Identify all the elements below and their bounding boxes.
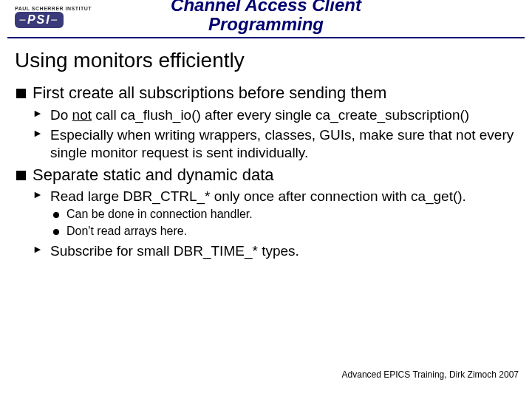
slide-footer: Advanced EPICS Training, Dirk Zimoch 200… xyxy=(342,369,519,380)
bullet-2: Separate static and dynamic data Read la… xyxy=(15,165,517,260)
bullet-1-1: Do not call ca_flush_io() after every si… xyxy=(33,106,517,124)
bullet-2-1-2: Don't read arrays here. xyxy=(50,224,517,239)
logo-badge: –PSI– xyxy=(15,12,64,28)
bullet-2-2: Subscribe for small DBR_TIME_* types. xyxy=(33,242,517,260)
bullet-2-text: Separate static and dynamic data xyxy=(33,166,274,184)
logo-institute-text: PAUL SCHERRER INSTITUT xyxy=(15,6,92,11)
bullet-1-2: Especially when writing wrappers, classe… xyxy=(33,126,517,162)
title-line-2: Programming xyxy=(208,14,324,34)
slide-header: PAUL SCHERRER INSTITUT –PSI– Channel Acc… xyxy=(7,0,525,38)
bullet-1: First create all subscriptions before se… xyxy=(15,83,517,162)
bullet-2-1-1: Can be done in connection handler. xyxy=(50,207,517,222)
title-line-1: Channel Access Client xyxy=(171,0,361,15)
underline-not: not xyxy=(72,107,92,123)
bullet-2-1: Read large DBR_CTRL_* only once after co… xyxy=(33,188,517,239)
psi-logo: PAUL SCHERRER INSTITUT –PSI– xyxy=(15,6,92,28)
bullet-1-text: First create all subscriptions before se… xyxy=(33,83,386,102)
logo-text: –PSI– xyxy=(19,13,59,26)
bullet-list: First create all subscriptions before se… xyxy=(15,83,517,259)
slide-content: Using monitors efficiently First create … xyxy=(0,38,532,259)
section-heading: Using monitors efficiently xyxy=(15,49,517,72)
